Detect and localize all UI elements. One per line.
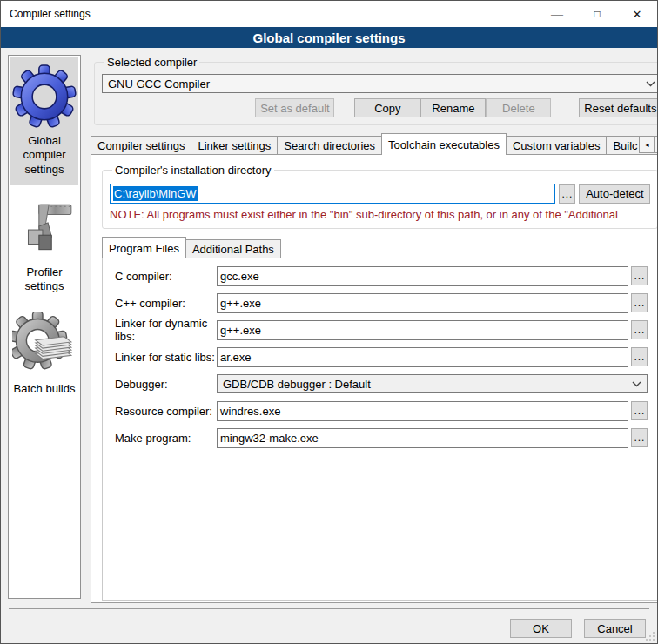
cpp-compiler-browse-button[interactable]: ...: [631, 293, 648, 312]
installation-directory-group: Compiler's installation directory C:\ray…: [102, 164, 658, 229]
selected-compiler-group: Selected compiler GNU GCC Compiler Set a…: [94, 56, 658, 125]
c-compiler-label: C compiler:: [115, 270, 217, 283]
debugger-label: Debugger:: [115, 378, 217, 391]
cancel-button[interactable]: Cancel: [584, 619, 646, 638]
dynamic-linker-input[interactable]: g++.exe: [217, 320, 628, 340]
compiler-tabs: Compiler settings Linker settings Search…: [91, 133, 658, 154]
resource-compiler-browse-button[interactable]: ...: [631, 401, 648, 420]
tab-scroll-left-button[interactable]: ◂: [639, 136, 655, 153]
static-linker-label: Linker for static libs:: [115, 351, 217, 364]
program-files-panel: C compiler: gcc.exe ... C++ compiler: g+…: [102, 258, 658, 601]
tab-compiler-settings[interactable]: Compiler settings: [91, 136, 191, 154]
chevron-down-icon: [646, 81, 655, 87]
caliper-icon: [12, 196, 77, 260]
field-row-debugger: Debugger: GDB/CDB debugger : Default: [115, 374, 648, 393]
tab-search-directories[interactable]: Search directories: [277, 136, 382, 154]
installation-directory-browse-button[interactable]: ...: [559, 184, 575, 204]
cpp-compiler-input[interactable]: g++.exe: [217, 293, 628, 313]
installation-directory-input[interactable]: C:\raylib\MinGW: [110, 184, 555, 204]
subtab-additional-paths[interactable]: Additional Paths: [185, 239, 281, 258]
sidebar-item-profiler-settings[interactable]: Profiler settings: [10, 189, 78, 303]
field-row-resource-compiler: Resource compiler: windres.exe ...: [115, 401, 648, 420]
window-title: Compiler settings: [1, 8, 537, 20]
make-program-input[interactable]: mingw32-make.exe: [217, 428, 628, 448]
close-button[interactable]: ✕: [617, 1, 657, 27]
tab-custom-variables[interactable]: Custom variables: [506, 136, 607, 154]
maximize-button[interactable]: □: [577, 1, 617, 27]
make-program-browse-button[interactable]: ...: [631, 428, 648, 447]
field-row-c-compiler: C compiler: gcc.exe ...: [115, 266, 648, 285]
c-compiler-input[interactable]: gcc.exe: [217, 266, 628, 286]
chevron-down-icon: [632, 381, 641, 387]
debugger-select-value: GDB/CDB debugger : Default: [223, 378, 632, 391]
ok-button[interactable]: OK: [510, 619, 572, 638]
tab-build-options-clipped[interactable]: Builc: [606, 136, 641, 154]
dynamic-linker-label: Linker for dynamic libs:: [115, 317, 217, 343]
compiler-select-value: GNU GCC Compiler: [108, 77, 646, 91]
selected-compiler-group-label: Selected compiler: [104, 56, 199, 69]
sidebar-item-label: Profiler settings: [12, 265, 77, 294]
blue-gear-icon: [12, 64, 77, 129]
resource-compiler-input[interactable]: windres.exe: [217, 401, 628, 421]
tab-linker-settings[interactable]: Linker settings: [191, 136, 278, 154]
settings-category-list: Global compiler settings Profiler settin…: [8, 55, 81, 599]
bin-subdirectory-note: NOTE: All programs must exist either in …: [110, 208, 650, 221]
delete-button[interactable]: Delete: [486, 98, 551, 117]
field-row-static-linker: Linker for static libs: ar.exe ...: [115, 347, 648, 366]
copy-button[interactable]: Copy: [354, 98, 420, 117]
tab-scroll-right-button[interactable]: ▸: [654, 136, 658, 153]
cpp-compiler-label: C++ compiler:: [115, 297, 217, 310]
subtab-program-files[interactable]: Program Files: [102, 237, 186, 258]
set-as-default-button[interactable]: Set as default: [255, 98, 334, 117]
sidebar-item-label: Batch builds: [14, 382, 76, 396]
program-files-tabs: Program Files Additional Paths: [102, 237, 658, 258]
resource-compiler-label: Resource compiler:: [115, 405, 217, 418]
auto-detect-button[interactable]: Auto-detect: [579, 184, 650, 204]
static-linker-browse-button[interactable]: ...: [631, 347, 648, 366]
field-row-dynamic-linker: Linker for dynamic libs: g++.exe ...: [115, 320, 648, 339]
make-program-label: Make program:: [115, 432, 217, 445]
installation-directory-value: C:\raylib\MinGW: [113, 186, 198, 201]
compiler-select[interactable]: GNU GCC Compiler: [102, 74, 658, 93]
dynamic-linker-browse-button[interactable]: ...: [631, 320, 648, 339]
debugger-select[interactable]: GDB/CDB debugger : Default: [217, 374, 648, 393]
toolchain-executables-page: Compiler's installation directory C:\ray…: [91, 154, 658, 603]
compiler-settings-dialog: Compiler settings — □ ✕ Global compiler …: [0, 0, 658, 644]
tab-toolchain-executables[interactable]: Toolchain executables: [381, 133, 507, 155]
static-linker-input[interactable]: ar.exe: [217, 347, 628, 367]
sidebar-item-label: Global compiler settings: [12, 134, 77, 177]
sidebar-item-batch-builds[interactable]: Batch builds: [10, 305, 78, 405]
field-row-cpp-compiler: C++ compiler: g++.exe ...: [115, 293, 648, 312]
reset-defaults-button[interactable]: Reset defaults: [579, 98, 658, 117]
dialog-header: Global compiler settings: [1, 27, 657, 48]
c-compiler-browse-button[interactable]: ...: [631, 266, 648, 285]
gray-gear-stack-icon: [12, 312, 77, 377]
field-row-make-program: Make program: mingw32-make.exe ...: [115, 428, 648, 447]
title-bar: Compiler settings — □ ✕: [1, 1, 657, 27]
rename-button[interactable]: Rename: [420, 98, 486, 117]
resize-grip[interactable]: [646, 632, 655, 641]
minimize-button[interactable]: —: [537, 1, 577, 27]
sidebar-item-global-compiler-settings[interactable]: Global compiler settings: [10, 57, 78, 185]
installation-directory-group-label: Compiler's installation directory: [112, 164, 274, 177]
